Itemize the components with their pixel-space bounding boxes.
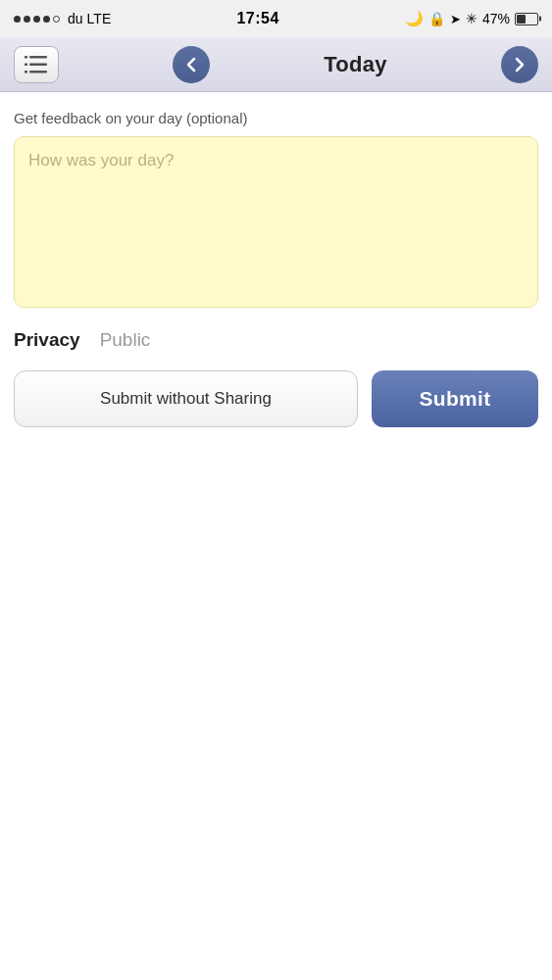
- submit-without-sharing-button[interactable]: Submit without Sharing: [14, 370, 358, 427]
- signal-dots: [14, 16, 60, 23]
- privacy-row: Privacy Public: [14, 329, 538, 351]
- svg-rect-5: [25, 71, 27, 74]
- bluetooth-icon: ✳: [466, 11, 477, 26]
- lock-icon: 🔒: [428, 11, 445, 26]
- nav-bar: Today: [0, 37, 552, 92]
- status-right: 🌙 🔒 ➤ ✳ 47%: [405, 10, 538, 27]
- svg-rect-1: [29, 63, 47, 66]
- network-label: LTE: [87, 11, 112, 26]
- battery-icon: [515, 13, 538, 25]
- prev-button[interactable]: [173, 46, 210, 83]
- svg-rect-3: [25, 56, 27, 59]
- status-time: 17:54: [236, 10, 278, 27]
- moon-icon: 🌙: [405, 10, 424, 27]
- status-bar: du LTE 17:54 🌙 🔒 ➤ ✳ 47%: [0, 0, 552, 37]
- location-icon: ➤: [450, 12, 461, 26]
- feedback-label: Get feedback on your day (optional): [14, 110, 538, 126]
- privacy-value: Public: [100, 329, 151, 351]
- svg-rect-0: [29, 56, 47, 59]
- main-content: Get feedback on your day (optional) Priv…: [0, 92, 552, 427]
- status-left: du LTE: [14, 11, 111, 26]
- next-button[interactable]: [501, 46, 538, 83]
- list-icon: [23, 54, 50, 75]
- svg-rect-2: [29, 71, 47, 74]
- carrier-label: du: [68, 11, 83, 26]
- battery-percent: 47%: [482, 11, 510, 26]
- svg-rect-4: [25, 63, 27, 66]
- prev-arrow-icon: [183, 57, 199, 73]
- buttons-row: Submit without Sharing Submit: [14, 370, 538, 427]
- submit-button[interactable]: Submit: [372, 370, 538, 427]
- next-arrow-icon: [512, 57, 527, 73]
- privacy-label: Privacy: [14, 329, 80, 351]
- list-menu-button[interactable]: [14, 46, 59, 83]
- page-title: Today: [324, 52, 387, 77]
- day-textarea[interactable]: [14, 136, 538, 308]
